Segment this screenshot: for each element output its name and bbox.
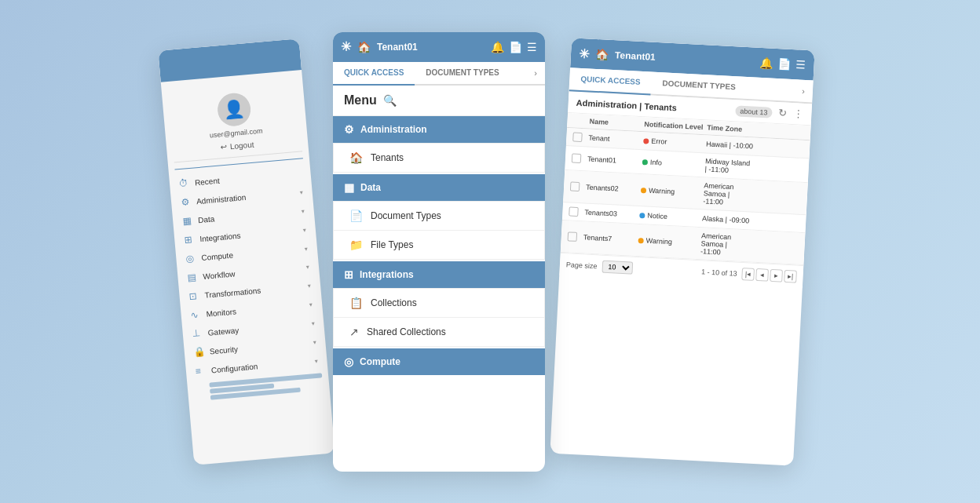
menu-section-integrations: ⊞ Integrations 📋 Collections ↗ Shared Co… [333, 261, 545, 347]
integrations-icon: ⊞ [184, 233, 196, 245]
integrations-items: 📋 Collections ↗ Shared Collections [333, 288, 545, 347]
compute-icon: ◎ [185, 252, 197, 264]
logout-label: Logout [229, 140, 254, 151]
menu-item-label-collections: Collections [371, 297, 417, 308]
section-label-integrations: Integrations [360, 269, 414, 280]
cell-name: Tenants02 [586, 183, 641, 194]
page-title: Administration | Tenants [576, 97, 729, 115]
menu-item-document-types[interactable]: 📄 Document Types [334, 202, 544, 231]
menu-header: Menu 🔍 [333, 86, 545, 116]
administration-items: 🏠 Tenants [333, 143, 545, 173]
col-notification: Notification Level [644, 120, 707, 131]
gateway-icon: ⊥ [192, 327, 203, 339]
administration-section-icon: ⚙ [344, 123, 354, 136]
page-size-label: Page size [566, 261, 598, 270]
menu-item-label-shared-collections: Shared Collections [367, 326, 446, 337]
data-icon: ▦ [182, 214, 194, 226]
tab-document-types-p3[interactable]: DOCUMENT TYPES [651, 71, 748, 100]
tab-document-types[interactable]: DOCUMENT TYPES [415, 62, 510, 86]
menu-item-collections[interactable]: 📋 Collections [334, 289, 544, 318]
sidebar-label-administration: Administration [196, 192, 247, 205]
menu-item-label-file-types: File Types [371, 239, 413, 250]
next-page-button[interactable]: ▸ [770, 268, 783, 282]
notification-label: Error [651, 137, 667, 145]
logout-button[interactable]: ↩ Logout [220, 140, 254, 151]
sidebar-label-integrations: Integrations [199, 231, 241, 243]
menu-item-file-types[interactable]: 📁 File Types [334, 231, 544, 259]
section-label-data: Data [360, 182, 381, 193]
error-dot [643, 137, 649, 143]
section-header-administration: ⚙ Administration [333, 116, 545, 143]
menu-item-tenants[interactable]: 🏠 Tenants [334, 144, 544, 172]
home-icon-p3[interactable]: 🏠 [595, 47, 609, 60]
brand-logo-icon-p3: ✳ [579, 46, 590, 61]
compute-section-icon: ◎ [344, 355, 353, 368]
cell-name: Tenant01 [587, 155, 642, 166]
chevron-down-icon: ▾ [299, 188, 303, 195]
cell-notification: Warning [638, 236, 700, 247]
cell-notification: Warning [641, 186, 704, 197]
document-types-icon: 📄 [349, 210, 363, 222]
refresh-icon[interactable]: ↻ [778, 107, 788, 119]
menu-item-label-document-types: Document Types [371, 210, 441, 221]
tabs-chevron-icon-p3[interactable]: › [794, 79, 814, 102]
row-checkbox[interactable] [568, 231, 578, 242]
tab-quick-access[interactable]: QUICK ACCESS [333, 62, 415, 86]
shared-collections-icon: ↗ [349, 326, 359, 338]
more-options-icon[interactable]: ⋮ [793, 108, 804, 120]
cell-notification: Notice [639, 211, 702, 222]
notice-dot [639, 212, 645, 217]
menu-item-label-tenants: Tenants [371, 152, 404, 163]
section-header-data: ▦ Data [333, 174, 545, 201]
panel-menu: ✳ 🏠 Tenant01 🔔 📄 ☰ QUICK ACCESS DOCUMENT… [333, 32, 545, 472]
chevron-down-icon: ▾ [309, 301, 313, 308]
col-checkbox [573, 116, 589, 125]
data-section-icon: ▦ [344, 181, 354, 194]
hamburger-icon[interactable]: ☰ [527, 41, 537, 53]
user-email: user@gmail.com [210, 126, 263, 139]
page-size-select[interactable]: 10 25 50 [602, 260, 633, 274]
menu-section-administration: ⚙ Administration 🏠 Tenants [333, 116, 545, 173]
section-header-integrations: ⊞ Integrations [333, 261, 545, 288]
bell-icon-p3[interactable]: 🔔 [759, 56, 773, 69]
cell-timezone: American Samoa | -11:00 [703, 181, 751, 207]
chevron-down-icon: ▾ [305, 244, 309, 251]
document-icon[interactable]: 📄 [509, 41, 522, 53]
row-checkbox[interactable] [572, 132, 583, 142]
configuration-icon: ≡ [195, 365, 207, 377]
notification-label: Notice [647, 211, 667, 220]
data-items: 📄 Document Types 📁 File Types [333, 201, 545, 260]
tabs-row: QUICK ACCESS DOCUMENT TYPES › [333, 62, 545, 86]
document-icon-p3[interactable]: 📄 [777, 57, 792, 71]
transformations-icon: ⊡ [188, 290, 200, 301]
file-types-icon: 📁 [349, 239, 363, 251]
bell-icon[interactable]: 🔔 [491, 41, 504, 53]
col-name: Name [589, 117, 644, 128]
screens-container: 👤 user@gmail.com ↩ Logout ⏱ Recent ⚙ [152, 9, 828, 495]
sidebar-label-gateway: Gateway [207, 325, 239, 336]
search-icon[interactable]: 🔍 [383, 94, 397, 107]
hamburger-icon-p3[interactable]: ☰ [795, 58, 806, 71]
lock-icon: 🔒 [193, 346, 205, 358]
prev-page-button[interactable]: ◂ [755, 268, 769, 281]
cell-timezone: Midway Island | -11:00 [704, 157, 752, 175]
first-page-button[interactable]: |◂ [741, 268, 755, 281]
chevron-down-icon: ▾ [302, 225, 306, 232]
cell-name: Tenants7 [583, 233, 638, 244]
menu-item-shared-collections[interactable]: ↗ Shared Collections [334, 318, 544, 346]
tab-quick-access-p3[interactable]: QUICK ACCESS [569, 67, 653, 95]
cell-name: Tenants03 [584, 208, 639, 219]
brand-logo-icon: ✳ [341, 39, 351, 54]
cell-notification: Error [643, 137, 706, 148]
home-icon[interactable]: 🏠 [357, 41, 371, 53]
last-page-button[interactable]: ▸| [784, 269, 797, 282]
warning-dot [638, 237, 644, 242]
tabs-chevron-icon[interactable]: › [526, 62, 545, 84]
row-checkbox[interactable] [570, 181, 580, 191]
notification-label: Warning [649, 186, 675, 195]
row-checkbox[interactable] [572, 153, 582, 163]
sidebar-label-monitors: Monitors [206, 306, 236, 317]
cell-timezone: Alaska | -09:00 [702, 214, 749, 224]
row-checkbox[interactable] [569, 206, 579, 217]
recent-icon: ⏱ [178, 177, 190, 188]
